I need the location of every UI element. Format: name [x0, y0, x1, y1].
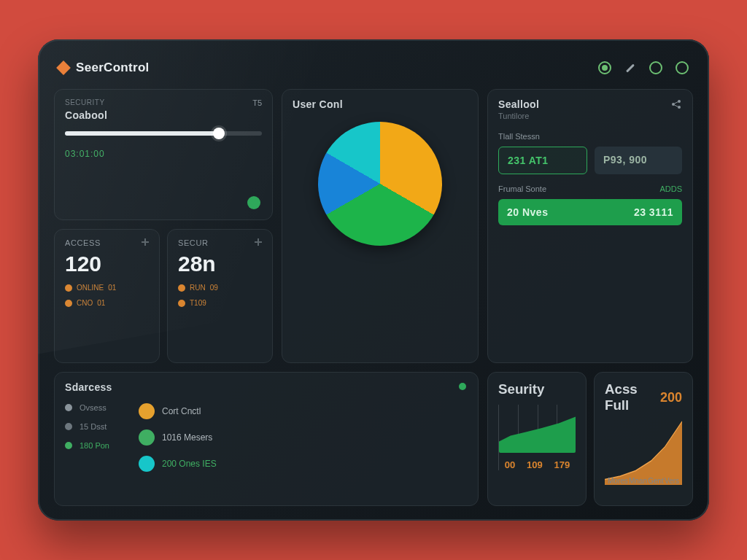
area-tick: Gent — [648, 477, 664, 485]
legend-item: Ovsess — [65, 403, 109, 412]
dot-icon — [65, 442, 72, 449]
dashboard-device: SeerControl SECURITY Coabool T5 03:01:00… — [38, 39, 709, 521]
control-slider[interactable] — [65, 131, 262, 136]
metric-secur-sub2: T109 — [190, 299, 206, 307]
summary-pill-1[interactable]: 231 AT1 — [498, 147, 587, 174]
logo-icon — [56, 61, 71, 75]
card-bar-title: Seurity — [498, 381, 576, 397]
bar-tick: 109 — [527, 459, 543, 470]
area-tick: Mores — [608, 477, 628, 485]
summary-pill-3-left: 20 Nves — [507, 206, 548, 218]
status-ring-icon[interactable] — [676, 61, 689, 74]
control-readout: 03:01:00 — [65, 149, 262, 159]
slider-knob[interactable] — [213, 128, 225, 139]
svg-point-2 — [678, 106, 681, 109]
card-metrics-split: ACCESS 120 ONLINE 01 CNO 01 SECUR 28n — [54, 229, 273, 363]
app-title: SeerControl — [76, 61, 150, 75]
dot-icon — [65, 284, 72, 292]
dot-icon — [65, 423, 72, 430]
dot-icon — [139, 403, 155, 419]
svg-point-1 — [678, 100, 681, 103]
legend-item: 15 Dsst — [65, 422, 109, 431]
bar-tick: 179 — [554, 459, 570, 470]
card-area-value: 200 — [660, 390, 682, 405]
edit-icon[interactable] — [624, 62, 636, 74]
metric-access-sub2: CNO — [77, 299, 93, 307]
slider-fill — [65, 131, 219, 136]
summary-subtitle: Tuntilore — [498, 112, 539, 120]
bar-tick: 00 — [505, 459, 515, 470]
card-legend-title: Sdarcess — [65, 381, 468, 393]
metric-access-label: ACCESS — [65, 238, 149, 247]
dot-icon — [178, 284, 185, 292]
expand-icon[interactable] — [140, 237, 150, 247]
card-pie: User Conl — [282, 89, 479, 363]
card-summary: Seallool Tuntilore Tlall Stessn 231 AT1 … — [487, 89, 693, 363]
share-icon[interactable] — [670, 98, 682, 110]
metric-secur-label: SECUR — [178, 238, 262, 247]
dot-icon — [65, 300, 72, 307]
summary-row1-label: Tlall Stessn — [498, 132, 682, 141]
summary-row2-label: Frumal Sonte — [498, 184, 546, 193]
legend-item[interactable]: Cort Cnctl — [139, 403, 217, 419]
summary-row2-right: ADDS — [659, 184, 682, 193]
summary-pill-3[interactable]: 20 Nves 23 3111 — [498, 199, 682, 225]
dashboard-grid: SECURITY Coabool T5 03:01:00 User Conl S… — [54, 89, 693, 506]
dot-icon — [139, 456, 155, 472]
metric-access: ACCESS 120 ONLINE 01 CNO 01 — [54, 229, 160, 363]
legend-item[interactable]: 1016 Mesers — [139, 429, 217, 446]
card-control-overline: SECURITY — [65, 98, 262, 106]
card-pie-title: User Conl — [293, 98, 468, 110]
card-charts-split: Seurity 00 109 179 Acss Full 200 — [487, 372, 693, 506]
metric-secur-sub1: RUN — [190, 284, 206, 292]
status-dot-icon — [247, 196, 260, 209]
area-tick: Mnan — [629, 477, 647, 485]
dot-icon — [65, 404, 72, 411]
card-area-title: Acss Full — [605, 381, 660, 413]
bar-chart: 00 109 179 — [498, 405, 576, 470]
header-actions — [598, 61, 689, 74]
legend-item: 180 Pon — [65, 441, 109, 450]
status-ring-icon[interactable] — [649, 61, 662, 74]
legend-item[interactable]: 200 Ones IES — [139, 456, 217, 472]
metric-access-sub1: ONLINE — [77, 284, 104, 292]
summary-pill-2[interactable]: P93, 900 — [595, 147, 682, 174]
pie-chart — [318, 122, 442, 246]
metric-secur: SECUR 28n RUN 09 T109 — [167, 229, 273, 363]
card-bar: Seurity 00 109 179 — [487, 372, 587, 506]
card-control: SECURITY Coabool T5 03:01:00 — [54, 89, 273, 220]
dot-icon — [139, 429, 155, 446]
dot-icon — [178, 300, 185, 307]
card-area: Acss Full 200 Mores Mnan Gent Vers — [594, 372, 693, 506]
status-dot-icon — [459, 383, 466, 390]
metric-secur-value: 28n — [178, 252, 262, 276]
summary-title: Seallool — [498, 98, 539, 110]
area-tick: Vers — [665, 477, 679, 485]
globe-icon[interactable] — [598, 61, 611, 74]
card-legend: Sdarcess Ovsess 15 Dsst 180 Pon — [54, 372, 479, 506]
summary-pill-3-right: 23 3111 — [634, 206, 673, 218]
card-control-title: Coabool — [65, 109, 262, 121]
metric-access-value: 120 — [65, 252, 149, 276]
copy-icon[interactable] — [253, 237, 263, 247]
card-control-tag: T5 — [252, 98, 262, 107]
area-chart: Mores Mnan Gent Vers — [605, 419, 682, 485]
app-header: SeerControl — [54, 52, 693, 83]
